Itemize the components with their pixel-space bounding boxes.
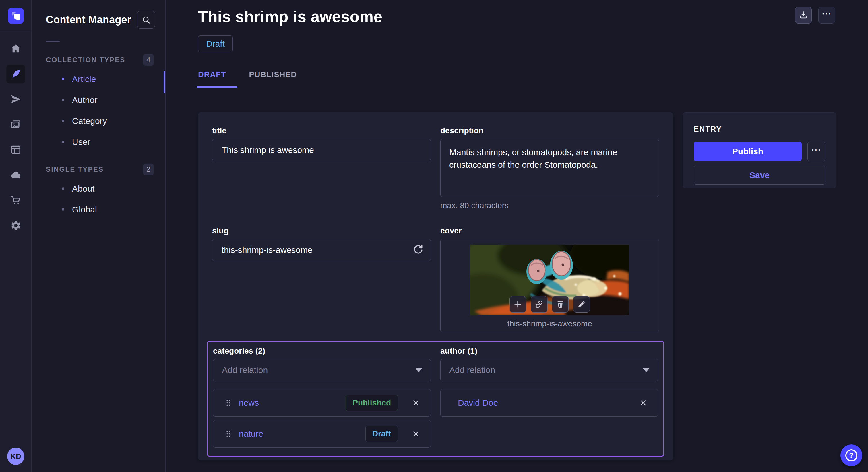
relation-link-news[interactable]: news <box>239 398 346 408</box>
single-types-label: SINGLE TYPES <box>46 165 104 173</box>
strapi-logo[interactable] <box>8 8 24 24</box>
sidebar-item-user[interactable]: User <box>32 131 165 152</box>
images-icon <box>6 115 25 134</box>
bullet-icon <box>62 99 64 101</box>
gear-icon <box>6 216 25 235</box>
strapi-logo-icon <box>8 8 24 24</box>
cover-actions-toolbar <box>509 296 590 312</box>
cover-field-label: cover <box>440 226 659 235</box>
cloud-icon <box>6 165 25 184</box>
scrollbar-thumb[interactable] <box>164 71 165 94</box>
question-mark-icon: ? <box>845 449 857 461</box>
bullet-icon <box>62 208 64 211</box>
relation-link-david-doe[interactable]: David Doe <box>458 398 637 408</box>
search-icon <box>141 15 151 25</box>
sidebar-item-author[interactable]: Author <box>32 90 165 110</box>
collection-types-label: COLLECTION TYPES <box>46 56 125 64</box>
single-types-header: SINGLE TYPES 2 <box>32 164 165 175</box>
search-button[interactable] <box>137 11 155 29</box>
delete-media-button[interactable] <box>552 296 569 312</box>
close-icon <box>412 430 420 438</box>
description-field-label: description <box>440 126 659 135</box>
nav-content-type-builder[interactable] <box>3 137 28 162</box>
entry-more-button[interactable]: ⋯ <box>807 142 825 161</box>
collection-types-header: COLLECTION TYPES 4 <box>32 54 165 66</box>
categories-relation-select[interactable]: Add relation <box>213 359 431 381</box>
tab-draft[interactable]: DRAFT <box>198 70 226 79</box>
remove-relation-button[interactable] <box>637 397 649 409</box>
add-media-button[interactable] <box>509 296 526 312</box>
save-button[interactable]: Save <box>694 166 825 185</box>
ellipsis-icon: ⋯ <box>822 9 832 19</box>
page-title: This shrimp is awesome <box>198 7 868 26</box>
relations-highlight-box: categories (2) Add relation news Publish… <box>207 341 664 457</box>
author-relation-select[interactable]: Add relation <box>440 359 658 381</box>
publish-button[interactable]: Publish <box>694 142 802 161</box>
trash-icon <box>556 300 565 309</box>
download-icon <box>799 10 808 20</box>
sidebar-title: Content Manager <box>46 14 131 26</box>
link-icon <box>534 299 544 309</box>
user-avatar[interactable]: KD <box>7 448 24 465</box>
form-row-1: title description Mantis shrimps, or sto… <box>212 126 659 210</box>
title-field-label: title <box>212 126 431 135</box>
slug-input[interactable] <box>212 239 431 261</box>
paper-plane-icon <box>6 90 25 109</box>
header-more-button[interactable]: ⋯ <box>818 7 835 24</box>
nav-marketplace[interactable] <box>3 188 28 213</box>
drag-handle-icon[interactable] <box>226 399 231 407</box>
tab-published[interactable]: PUBLISHED <box>249 70 297 79</box>
nav-content-manager[interactable] <box>3 61 28 87</box>
edit-form-panel: title description Mantis shrimps, or sto… <box>198 112 673 460</box>
bullet-icon <box>62 120 64 122</box>
author-field-group: author (1) Add relation David Doe <box>440 346 658 417</box>
sidebar-item-article[interactable]: Article <box>32 69 165 90</box>
download-button[interactable] <box>795 7 812 24</box>
close-icon <box>639 399 648 407</box>
slug-field-group: slug <box>212 226 431 261</box>
sidebar-item-about[interactable]: About <box>32 178 165 199</box>
single-types-count-badge: 2 <box>143 164 154 175</box>
single-types-list: About Global <box>32 178 165 220</box>
nav-deploy[interactable] <box>3 162 28 188</box>
remove-relation-button[interactable] <box>410 428 422 440</box>
relation-item-news: news Published <box>213 389 431 417</box>
nav-releases[interactable] <box>3 87 28 112</box>
nav-settings[interactable] <box>3 213 28 238</box>
collection-types-count-badge: 4 <box>143 54 154 66</box>
entry-actions-row: Publish ⋯ <box>694 142 825 161</box>
help-button[interactable]: ? <box>840 444 862 466</box>
nav-home[interactable] <box>3 36 28 61</box>
relation-status-badge: Published <box>346 395 398 411</box>
sidebar-item-global[interactable]: Global <box>32 199 165 220</box>
nav-icon-list <box>3 36 28 238</box>
sidebar-item-category[interactable]: Category <box>32 110 165 131</box>
close-icon <box>412 399 420 407</box>
description-textarea[interactable]: Mantis shrimps, or stomatopods, are mari… <box>440 139 659 197</box>
form-row-2: slug cover <box>212 226 659 332</box>
copy-link-button[interactable] <box>531 296 547 312</box>
relation-item-david-doe: David Doe <box>440 389 658 417</box>
title-input[interactable] <box>212 139 431 161</box>
home-icon <box>6 39 25 58</box>
sidebar-header: Content Manager <box>32 0 165 29</box>
categories-field-label: categories (2) <box>213 346 431 356</box>
author-select-placeholder: Add relation <box>449 365 495 375</box>
plus-icon <box>513 299 523 309</box>
chevron-down-icon <box>643 369 649 372</box>
active-tab-indicator <box>197 86 237 88</box>
cover-image <box>470 245 629 315</box>
refresh-icon <box>412 244 425 256</box>
regenerate-slug-button[interactable] <box>412 244 425 256</box>
relation-link-nature[interactable]: nature <box>239 429 365 439</box>
version-tabs: DRAFT PUBLISHED <box>198 70 297 79</box>
cover-filename: this-shrimp-is-awesome <box>441 319 659 328</box>
nav-media-library[interactable] <box>3 112 28 137</box>
remove-relation-button[interactable] <box>410 397 422 409</box>
sidebar-divider <box>46 41 60 42</box>
ellipsis-icon: ⋯ <box>811 145 822 155</box>
edit-media-button[interactable] <box>573 296 590 312</box>
drag-handle-icon[interactable] <box>226 430 231 438</box>
layout-icon <box>6 140 25 159</box>
collection-types-section: COLLECTION TYPES 4 Article Author Catego… <box>32 54 165 152</box>
